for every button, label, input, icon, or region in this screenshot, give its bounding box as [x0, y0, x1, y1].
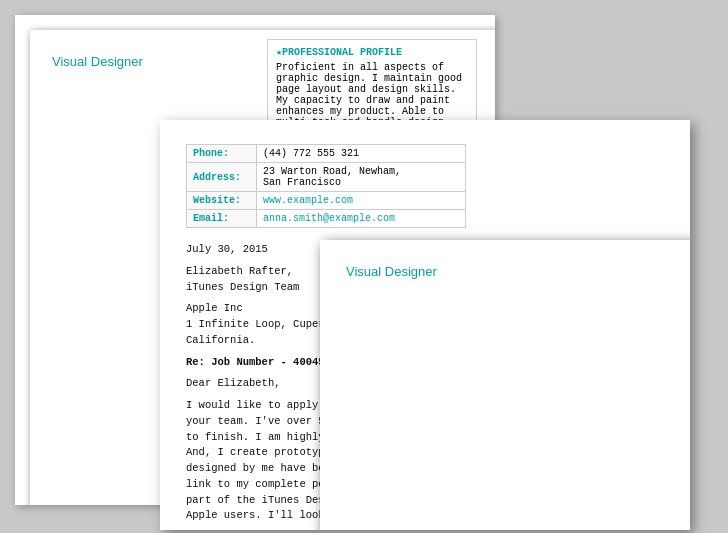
cover-letter-contact-table: Phone: (44) 772 555 321 Address: 23 Wart…: [186, 144, 466, 228]
profile-title: ★PROFESSIONAL PROFILE: [276, 46, 468, 58]
phone-label: Phone:: [187, 145, 257, 163]
phone-value: (44) 772 555 321: [257, 145, 466, 163]
table-row: Website: www.example.com: [187, 192, 466, 210]
email-value: anna.smith@example.com: [257, 210, 466, 228]
cover-letter-document: Anna Smith Visual Designer Phone: (44) 7…: [160, 120, 690, 530]
website-label: Website:: [187, 192, 257, 210]
table-row: Phone: (44) 772 555 321: [187, 145, 466, 163]
address-value: 23 Warton Road, Newham,San Francisco: [257, 163, 466, 192]
table-row: Email: anna.smith@example.com: [187, 210, 466, 228]
email-label: Email:: [187, 210, 257, 228]
address-label: Address:: [187, 163, 257, 192]
cover-letter-title: Visual Designer: [320, 240, 690, 530]
website-value: www.example.com: [257, 192, 466, 210]
table-row: Address: 23 Warton Road, Newham,San Fran…: [187, 163, 466, 192]
